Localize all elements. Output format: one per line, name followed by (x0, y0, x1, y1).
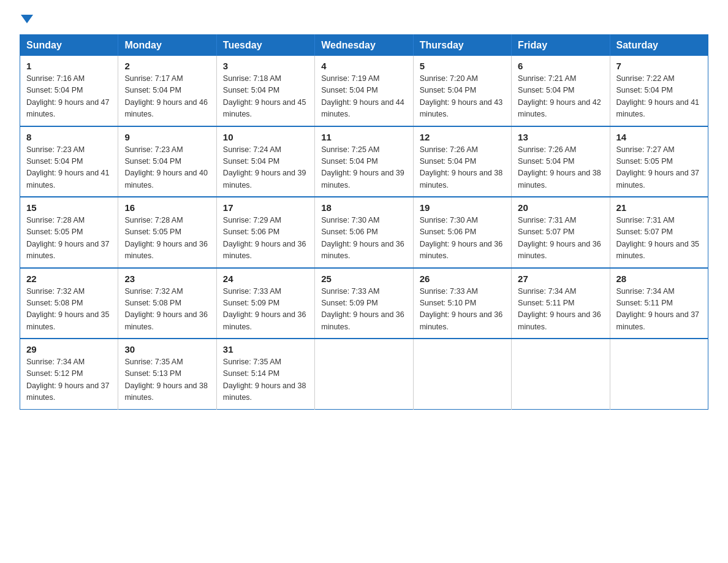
calendar-cell: 22Sunrise: 7:32 AMSunset: 5:08 PMDayligh… (20, 268, 118, 339)
day-number: 25 (321, 274, 406, 284)
day-number: 18 (321, 202, 406, 213)
day-number: 19 (420, 202, 505, 213)
day-number: 4 (321, 61, 406, 71)
day-info: Sunrise: 7:28 AMSunset: 5:05 PMDaylight:… (26, 215, 112, 262)
day-header-saturday: Saturday (610, 35, 708, 56)
calendar-week-row: 8Sunrise: 7:23 AMSunset: 5:04 PMDaylight… (20, 126, 708, 197)
day-info: Sunrise: 7:27 AMSunset: 5:05 PMDaylight:… (616, 144, 702, 192)
calendar-cell: 9Sunrise: 7:23 AMSunset: 5:04 PMDaylight… (118, 126, 216, 197)
day-number: 2 (124, 61, 210, 71)
calendar-cell: 26Sunrise: 7:33 AMSunset: 5:10 PMDayligh… (413, 268, 511, 339)
day-number: 9 (124, 132, 210, 142)
day-info: Sunrise: 7:20 AMSunset: 5:04 PMDaylight:… (420, 73, 505, 121)
day-info: Sunrise: 7:34 AMSunset: 5:11 PMDaylight:… (616, 286, 702, 334)
calendar-cell: 6Sunrise: 7:21 AMSunset: 5:04 PMDaylight… (512, 56, 610, 126)
calendar-cell: 23Sunrise: 7:32 AMSunset: 5:08 PMDayligh… (118, 268, 216, 339)
calendar-cell: 17Sunrise: 7:29 AMSunset: 5:06 PMDayligh… (216, 197, 314, 268)
day-info: Sunrise: 7:23 AMSunset: 5:04 PMDaylight:… (26, 144, 112, 192)
calendar-cell: 15Sunrise: 7:28 AMSunset: 5:05 PMDayligh… (20, 197, 118, 268)
day-info: Sunrise: 7:34 AMSunset: 5:11 PMDaylight:… (518, 286, 603, 334)
day-number: 3 (223, 61, 308, 71)
day-number: 28 (616, 274, 702, 284)
day-number: 27 (518, 274, 603, 284)
logo (20, 15, 33, 23)
day-info: Sunrise: 7:25 AMSunset: 5:04 PMDaylight:… (321, 144, 406, 192)
calendar-cell: 12Sunrise: 7:26 AMSunset: 5:04 PMDayligh… (413, 126, 511, 197)
day-info: Sunrise: 7:33 AMSunset: 5:09 PMDaylight:… (321, 286, 406, 334)
day-info: Sunrise: 7:21 AMSunset: 5:04 PMDaylight:… (518, 73, 603, 121)
day-header-wednesday: Wednesday (315, 35, 413, 56)
day-header-thursday: Thursday (413, 35, 511, 56)
calendar-cell: 1Sunrise: 7:16 AMSunset: 5:04 PMDaylight… (20, 56, 118, 126)
day-info: Sunrise: 7:33 AMSunset: 5:10 PMDaylight:… (420, 286, 505, 334)
day-info: Sunrise: 7:26 AMSunset: 5:04 PMDaylight:… (420, 144, 505, 192)
day-info: Sunrise: 7:19 AMSunset: 5:04 PMDaylight:… (321, 73, 406, 121)
day-info: Sunrise: 7:28 AMSunset: 5:05 PMDaylight:… (124, 215, 210, 262)
day-info: Sunrise: 7:35 AMSunset: 5:14 PMDaylight:… (223, 356, 308, 404)
day-info: Sunrise: 7:34 AMSunset: 5:12 PMDaylight:… (26, 356, 112, 404)
day-info: Sunrise: 7:24 AMSunset: 5:04 PMDaylight:… (223, 144, 308, 192)
day-header-tuesday: Tuesday (216, 35, 314, 56)
day-info: Sunrise: 7:22 AMSunset: 5:04 PMDaylight:… (616, 73, 702, 121)
day-info: Sunrise: 7:30 AMSunset: 5:06 PMDaylight:… (321, 215, 406, 262)
calendar-cell: 30Sunrise: 7:35 AMSunset: 5:13 PMDayligh… (118, 339, 216, 409)
day-number: 22 (26, 274, 112, 284)
calendar-cell: 29Sunrise: 7:34 AMSunset: 5:12 PMDayligh… (20, 339, 118, 409)
calendar-cell (610, 339, 708, 409)
calendar-week-row: 15Sunrise: 7:28 AMSunset: 5:05 PMDayligh… (20, 197, 708, 268)
day-number: 26 (420, 274, 505, 284)
calendar-week-row: 1Sunrise: 7:16 AMSunset: 5:04 PMDaylight… (20, 56, 708, 126)
day-number: 17 (223, 202, 308, 213)
day-info: Sunrise: 7:31 AMSunset: 5:07 PMDaylight:… (616, 215, 702, 262)
day-info: Sunrise: 7:17 AMSunset: 5:04 PMDaylight:… (124, 73, 210, 121)
day-info: Sunrise: 7:26 AMSunset: 5:04 PMDaylight:… (518, 144, 603, 192)
calendar-cell (512, 339, 610, 409)
day-number: 5 (420, 61, 505, 71)
day-header-monday: Monday (118, 35, 216, 56)
logo-arrow-icon (21, 15, 33, 23)
calendar-cell: 20Sunrise: 7:31 AMSunset: 5:07 PMDayligh… (512, 197, 610, 268)
calendar-cell: 11Sunrise: 7:25 AMSunset: 5:04 PMDayligh… (315, 126, 413, 197)
day-info: Sunrise: 7:29 AMSunset: 5:06 PMDaylight:… (223, 215, 308, 262)
day-number: 10 (223, 132, 308, 142)
day-number: 15 (26, 202, 112, 213)
calendar-cell: 19Sunrise: 7:30 AMSunset: 5:06 PMDayligh… (413, 197, 511, 268)
calendar-cell (413, 339, 511, 409)
calendar-cell: 7Sunrise: 7:22 AMSunset: 5:04 PMDaylight… (610, 56, 708, 126)
day-number: 11 (321, 132, 406, 142)
day-info: Sunrise: 7:31 AMSunset: 5:07 PMDaylight:… (518, 215, 603, 262)
day-number: 14 (616, 132, 702, 142)
calendar-cell: 28Sunrise: 7:34 AMSunset: 5:11 PMDayligh… (610, 268, 708, 339)
day-number: 7 (616, 61, 702, 71)
day-header-sunday: Sunday (20, 35, 118, 56)
day-number: 1 (26, 61, 112, 71)
page-header (20, 15, 708, 23)
day-number: 8 (26, 132, 112, 142)
day-header-friday: Friday (512, 35, 610, 56)
day-number: 23 (124, 274, 210, 284)
day-number: 21 (616, 202, 702, 213)
day-number: 20 (518, 202, 603, 213)
day-info: Sunrise: 7:30 AMSunset: 5:06 PMDaylight:… (420, 215, 505, 262)
calendar-cell: 31Sunrise: 7:35 AMSunset: 5:14 PMDayligh… (216, 339, 314, 409)
day-info: Sunrise: 7:18 AMSunset: 5:04 PMDaylight:… (223, 73, 308, 121)
day-number: 6 (518, 61, 603, 71)
day-number: 16 (124, 202, 210, 213)
day-number: 30 (124, 344, 210, 354)
day-info: Sunrise: 7:16 AMSunset: 5:04 PMDaylight:… (26, 73, 112, 121)
day-info: Sunrise: 7:23 AMSunset: 5:04 PMDaylight:… (124, 144, 210, 192)
calendar-cell: 10Sunrise: 7:24 AMSunset: 5:04 PMDayligh… (216, 126, 314, 197)
calendar-cell: 4Sunrise: 7:19 AMSunset: 5:04 PMDaylight… (315, 56, 413, 126)
calendar-week-row: 22Sunrise: 7:32 AMSunset: 5:08 PMDayligh… (20, 268, 708, 339)
day-number: 24 (223, 274, 308, 284)
calendar-week-row: 29Sunrise: 7:34 AMSunset: 5:12 PMDayligh… (20, 339, 708, 409)
calendar-cell: 14Sunrise: 7:27 AMSunset: 5:05 PMDayligh… (610, 126, 708, 197)
calendar-cell: 25Sunrise: 7:33 AMSunset: 5:09 PMDayligh… (315, 268, 413, 339)
calendar-cell: 27Sunrise: 7:34 AMSunset: 5:11 PMDayligh… (512, 268, 610, 339)
calendar-cell (315, 339, 413, 409)
calendar-cell: 5Sunrise: 7:20 AMSunset: 5:04 PMDaylight… (413, 56, 511, 126)
day-info: Sunrise: 7:35 AMSunset: 5:13 PMDaylight:… (124, 356, 210, 404)
day-info: Sunrise: 7:32 AMSunset: 5:08 PMDaylight:… (124, 286, 210, 334)
day-number: 29 (26, 344, 112, 354)
calendar-cell: 8Sunrise: 7:23 AMSunset: 5:04 PMDaylight… (20, 126, 118, 197)
